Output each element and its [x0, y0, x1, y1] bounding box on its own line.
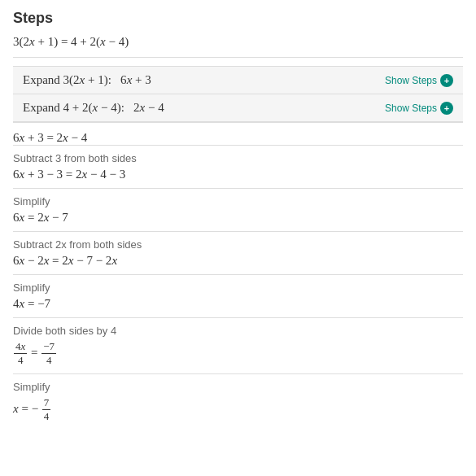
show-steps-icon-1: +	[440, 74, 453, 87]
step-desc-simplify-3: Simplify	[13, 381, 463, 393]
show-steps-label-2: Show Steps	[385, 103, 437, 114]
step-eq-simplify-2: 4x = −7	[13, 297, 463, 311]
step-desc-divide-4: Divide both sides by 4	[13, 325, 463, 337]
step-eq-subtract-2x: 6x − 2x = 2x − 7 − 2x	[13, 254, 463, 268]
step-desc-subtract-3: Subtract 3 from both sides	[13, 152, 463, 164]
step-subtract-3: Subtract 3 from both sides 6x + 3 − 3 = …	[13, 146, 463, 189]
step-eq-simplify-3: x = − 7 4	[13, 396, 463, 423]
step-eq-divide-4: 4x 4 = −7 4	[13, 340, 463, 367]
step-desc-subtract-2x: Subtract 2x from both sides	[13, 238, 463, 251]
step-eq-simplify-1: 6x = 2x − 7	[13, 211, 463, 225]
step-simplify-3: Simplify x = − 7 4	[13, 374, 463, 430]
step-equation-combined: 6x + 3 = 2x − 4	[13, 131, 463, 145]
expand-label-1: Expand 3(2x + 1): 6x + 3	[23, 73, 151, 87]
page-title: Steps	[13, 10, 463, 27]
step-desc-simplify-2: Simplify	[13, 282, 463, 294]
step-simplify-2: Simplify 4x = −7	[13, 275, 463, 318]
main-equation-text: 3(2x + 1) = 4 + 2(x − 4)	[13, 35, 129, 48]
step-combined: 6x + 3 = 2x − 4	[13, 122, 463, 146]
expand-label-2: Expand 4 + 2(x − 4): 2x − 4	[23, 101, 164, 115]
main-equation: 3(2x + 1) = 4 + 2(x − 4)	[13, 35, 463, 58]
step-divide-4: Divide both sides by 4 4x 4 = −7 4	[13, 318, 463, 374]
fraction-neg7-4: −7 4	[41, 340, 56, 367]
step-simplify-1: Simplify 6x = 2x − 7	[13, 189, 463, 232]
show-steps-button-2[interactable]: Show Steps +	[385, 102, 453, 115]
step-eq-subtract-3: 6x + 3 − 3 = 2x − 4 − 3	[13, 168, 463, 181]
fraction-final: 7 4	[42, 396, 51, 423]
step-subtract-2x: Subtract 2x from both sides 6x − 2x = 2x…	[13, 232, 463, 275]
steps-container: Steps 3(2x + 1) = 4 + 2(x − 4) Expand 3(…	[0, 0, 476, 443]
show-steps-label-1: Show Steps	[385, 75, 437, 86]
fraction-4x-4: 4x 4	[14, 340, 27, 367]
expand-row-1: Expand 3(2x + 1): 6x + 3 Show Steps +	[13, 66, 463, 94]
show-steps-button-1[interactable]: Show Steps +	[385, 74, 453, 87]
show-steps-icon-2: +	[440, 102, 453, 115]
expand-row-2: Expand 4 + 2(x − 4): 2x − 4 Show Steps +	[13, 94, 463, 122]
step-desc-simplify-1: Simplify	[13, 195, 463, 207]
